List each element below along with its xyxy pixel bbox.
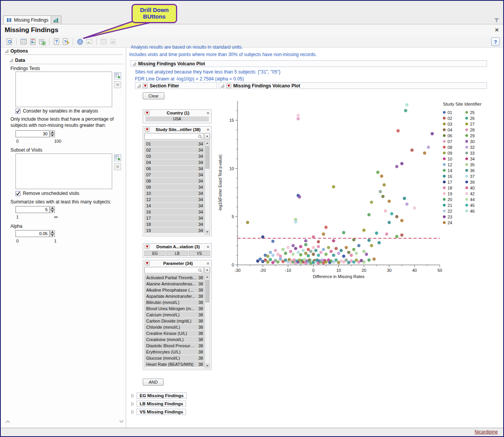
- legend-item[interactable]: 10: [443, 156, 464, 162]
- legend-item[interactable]: 03: [443, 121, 464, 127]
- data-point[interactable]: [332, 239, 335, 242]
- legend-item[interactable]: 46: [465, 208, 486, 214]
- filter-row[interactable]: Creatinine (mmol/L)38: [145, 336, 205, 343]
- data-point[interactable]: [362, 229, 366, 232]
- data-point[interactable]: [352, 238, 355, 241]
- scroll-up-icon[interactable]: [205, 141, 210, 145]
- legend-item[interactable]: 19: [443, 191, 464, 196]
- data-point[interactable]: [304, 243, 307, 246]
- domain-button-vs[interactable]: VS: [189, 251, 210, 256]
- data-point[interactable]: [294, 247, 297, 250]
- data-point[interactable]: [355, 252, 358, 255]
- data-point[interactable]: [385, 232, 388, 236]
- data-point[interactable]: [388, 200, 391, 203]
- filter-row[interactable]: 0134: [145, 141, 205, 147]
- data-point[interactable]: [312, 253, 315, 256]
- data-point[interactable]: [330, 250, 333, 253]
- filter-row[interactable]: 1634: [145, 209, 205, 215]
- site-search-input[interactable]: [144, 133, 203, 140]
- filter-row[interactable]: Glucose (mmol/L)38: [145, 355, 205, 361]
- data-point[interactable]: [314, 249, 317, 252]
- data-point[interactable]: [271, 240, 274, 243]
- filter-row[interactable]: Alkaline Phosphatase (U/L)38: [145, 287, 205, 293]
- data-point[interactable]: [307, 254, 310, 257]
- journal-add-icon[interactable]: [38, 37, 47, 46]
- legend-item[interactable]: 34: [465, 156, 486, 162]
- filter-row[interactable]: Erythrocytes (U/L)38: [145, 349, 205, 355]
- data-point[interactable]: [340, 249, 343, 252]
- data-point[interactable]: [279, 254, 282, 258]
- data-point[interactable]: [325, 226, 328, 229]
- data-point[interactable]: [395, 235, 398, 238]
- filter-row[interactable]: 0434: [145, 159, 205, 166]
- legend-item[interactable]: 12: [443, 162, 464, 167]
- filter-row[interactable]: Activated Partial Thromb...38: [145, 275, 205, 281]
- legend-item[interactable]: 02: [443, 115, 464, 121]
- data-point[interactable]: [404, 109, 407, 112]
- filter-row[interactable]: 1934: [145, 227, 205, 234]
- data-point[interactable]: [380, 174, 383, 178]
- filter-row[interactable]: Blood Urea Nitrogen (m...38: [145, 306, 205, 312]
- data-point[interactable]: [370, 201, 373, 204]
- help-script-icon[interactable]: ?: [52, 37, 61, 46]
- data-point[interactable]: [261, 235, 264, 238]
- chevron-down-icon[interactable]: ▼: [204, 133, 210, 140]
- filter-row[interactable]: 0734: [145, 172, 205, 178]
- filter-row[interactable]: 1434: [145, 203, 205, 209]
- data-point[interactable]: [335, 247, 338, 250]
- legend-item[interactable]: 35: [465, 162, 486, 167]
- data-point[interactable]: [375, 231, 378, 234]
- data-point[interactable]: [367, 258, 371, 261]
- and-button[interactable]: AND: [143, 379, 164, 386]
- data-point[interactable]: [317, 254, 320, 257]
- data-point[interactable]: [400, 219, 403, 222]
- red-menu-icon[interactable]: [145, 261, 150, 266]
- parameter-search-input[interactable]: [144, 267, 203, 273]
- filter-row[interactable]: Bilirubin (mmol/L)38: [145, 299, 205, 306]
- filter-row[interactable]: 0934: [145, 184, 205, 190]
- legend-item[interactable]: 33: [465, 150, 486, 156]
- legend-item[interactable]: 39: [465, 179, 486, 185]
- data-point[interactable]: [367, 239, 371, 242]
- data-point[interactable]: [284, 252, 287, 255]
- summarize-input[interactable]: [15, 206, 50, 213]
- volcano-plot-inner-header[interactable]: Missing Findings Volcano Plot: [219, 82, 487, 89]
- help-notes-icon[interactable]: ?: [61, 37, 70, 46]
- data-point[interactable]: [297, 114, 300, 117]
- red-menu-icon[interactable]: [226, 84, 231, 88]
- data-header[interactable]: Data: [9, 58, 123, 64]
- data-point[interactable]: [297, 251, 300, 254]
- legend-item[interactable]: 30: [465, 138, 486, 144]
- data-point[interactable]: [302, 249, 305, 252]
- data-point[interactable]: [259, 258, 262, 261]
- volcano-plot-section-header[interactable]: Missing Findings Volcano Plot: [130, 60, 487, 67]
- filter-row[interactable]: Alanine Aminotransferas...38: [145, 281, 205, 287]
- data-point[interactable]: [269, 251, 272, 254]
- data-point[interactable]: [266, 254, 269, 258]
- legend-item[interactable]: 04: [443, 127, 464, 133]
- data-point[interactable]: [400, 162, 403, 165]
- legend-item[interactable]: 23: [443, 214, 464, 220]
- data-point[interactable]: [281, 248, 284, 251]
- legend-item[interactable]: 07: [443, 138, 464, 144]
- data-point[interactable]: [413, 207, 416, 210]
- section-filter-header[interactable]: Section Filter: [135, 82, 217, 89]
- filter-row[interactable]: Heart Rate (BEATS/MIN)38: [145, 361, 205, 367]
- filter-row[interactable]: Carbon Dioxide (mg/dL)38: [145, 318, 205, 324]
- window-list-icon[interactable]: [99, 37, 108, 46]
- filter-funnel-icon[interactable]: [494, 18, 499, 22]
- domain-button-lb[interactable]: LB: [166, 251, 188, 256]
- data-point[interactable]: [378, 241, 381, 244]
- data-point[interactable]: [292, 244, 295, 247]
- close-icon[interactable]: ✕: [207, 111, 210, 115]
- filter-row[interactable]: 0234: [145, 147, 205, 153]
- vs-missing-findings-section[interactable]: VS Missing Findings: [131, 409, 186, 415]
- data-point[interactable]: [362, 250, 366, 253]
- image-report-icon[interactable]: [85, 37, 94, 46]
- data-point[interactable]: [269, 258, 272, 261]
- filter-row[interactable]: USA: [145, 116, 209, 121]
- data-point[interactable]: [395, 165, 398, 168]
- filter-row[interactable]: Chloride (mmol/L)38: [145, 324, 205, 330]
- filter-row[interactable]: 1234: [145, 196, 205, 203]
- data-point[interactable]: [276, 260, 279, 263]
